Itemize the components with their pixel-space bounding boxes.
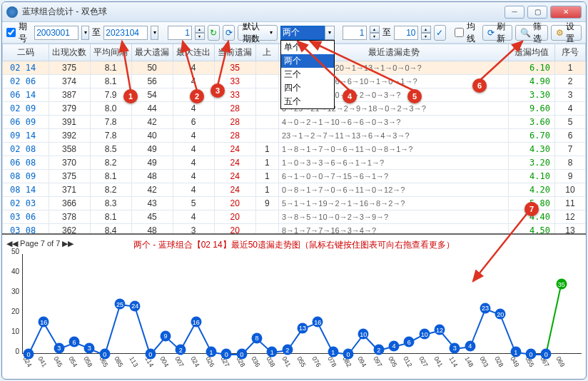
chevron-down-icon: ▾: [270, 29, 273, 36]
annotation-marker: 5: [407, 89, 422, 103]
table-row[interactable]: 02 033668.34352095→1→1→19→2→1→16→8→2→?5.…: [3, 197, 586, 210]
cell: 8: [554, 156, 585, 170]
cell: 391: [49, 116, 90, 129]
chart-point: 9: [161, 330, 171, 341]
chart-point: 0: [99, 349, 110, 360]
filter-button[interactable]: 🔍筛选: [515, 25, 548, 41]
period-to-input[interactable]: [103, 26, 148, 40]
annotation-arrow: [478, 39, 528, 85]
cell: 6→1→0→0→7→15→6→1→?: [278, 170, 509, 183]
spin2-input[interactable]: [343, 26, 367, 40]
cell: 3: [173, 224, 214, 234]
cell: 4.20: [509, 183, 555, 197]
titlebar: 蓝球组合统计 - 双色球 ─ ▢ ✕: [2, 2, 586, 22]
cell: 28: [214, 116, 255, 129]
col-header[interactable]: 上: [255, 44, 278, 61]
cell: 24: [214, 170, 255, 183]
refresh-green-icon: ↻: [210, 28, 217, 38]
cell: 358: [49, 143, 90, 156]
cell: 2: [554, 75, 585, 88]
refresh-button[interactable]: ⟳刷新: [482, 25, 512, 41]
spin3-buttons[interactable]: ▴▾: [421, 26, 431, 40]
gear-icon: ⚙: [556, 28, 564, 38]
col-header[interactable]: 序号: [554, 44, 585, 61]
period-from-input[interactable]: [34, 26, 78, 40]
combo-dropdown-button[interactable]: ▾: [325, 26, 335, 40]
col-header[interactable]: 二码: [3, 44, 49, 61]
cell: 7.8: [90, 116, 131, 129]
cell: 4: [173, 183, 214, 197]
col-header[interactable]: 出现次数: [49, 44, 90, 61]
settings-button[interactable]: ⚙设置: [551, 25, 582, 41]
period-checkbox[interactable]: [6, 28, 16, 37]
annotation-marker: 6: [472, 78, 487, 93]
to-label-2: 至: [382, 26, 391, 39]
cell: 5: [173, 197, 214, 210]
cell: 24: [214, 183, 255, 197]
spin1-input[interactable]: [168, 26, 192, 40]
table-row[interactable]: 08 093758.14842416→1→0→0→7→15→6→1→?4.109: [3, 170, 586, 183]
cell: [255, 210, 278, 224]
confirm-button[interactable]: ✓: [434, 25, 446, 41]
annotation-marker: 3: [211, 83, 225, 98]
chart-point: 16: [191, 317, 201, 327]
svg-line-1: [183, 41, 197, 91]
cell: [255, 116, 278, 129]
cell: 48: [131, 170, 173, 183]
cell: 23→1→2→7→11→13→6→4→3→?: [278, 129, 509, 143]
combo-select[interactable]: 两个 ▾ 单个 两个 三个 四个 五个: [280, 26, 325, 40]
chart-pager[interactable]: ◀◀ Page 7 of 7 ▶▶: [6, 239, 74, 248]
cell: [255, 224, 278, 234]
chart-point: 2: [176, 345, 186, 355]
combo-option[interactable]: 五个: [281, 95, 334, 108]
cell: 3.20: [509, 156, 555, 170]
chart-point: 10: [419, 329, 430, 340]
close-button[interactable]: ✕: [550, 6, 582, 19]
cell: 7: [554, 143, 585, 156]
cell: 4: [173, 102, 214, 116]
cell: [255, 61, 278, 75]
svg-line-6: [473, 214, 527, 281]
cell: 3.30: [509, 88, 555, 102]
check-icon: ✓: [436, 28, 443, 38]
table-row[interactable]: 09 143927.84042823→1→2→7→11→13→6→4→3→?6.…: [3, 129, 586, 143]
period-from-dropdown[interactable]: ▾: [81, 26, 89, 40]
y-axis: 01020304050: [6, 254, 21, 354]
svg-line-0: [122, 41, 131, 91]
chart-point: 24: [130, 300, 141, 311]
default-periods-button[interactable]: 默认期数▾: [238, 25, 278, 41]
avgline-checkbox[interactable]: [455, 28, 464, 37]
table-row[interactable]: 08 143718.24242410→8→1→7→0→6→11→0→12→?4.…: [3, 183, 586, 197]
cell: [255, 102, 278, 116]
cycle-button[interactable]: ⟳: [223, 25, 235, 41]
cell: 4: [173, 156, 214, 170]
chart-point: 12: [435, 325, 445, 335]
annotation-marker: 7: [524, 202, 539, 216]
cell: 20: [214, 197, 255, 210]
cell: 11: [554, 197, 585, 210]
cell: 387: [49, 88, 90, 102]
spin2-buttons[interactable]: ▴▾: [370, 26, 380, 40]
table-row[interactable]: 06 093917.8426284→0→2→1→10→6→6→0→3→?3.60…: [3, 116, 586, 129]
cell: 392: [49, 129, 90, 143]
minimize-button[interactable]: ─: [505, 6, 524, 19]
cell: 1: [255, 156, 278, 170]
chart-point: 0: [541, 349, 552, 360]
cell: 4: [173, 170, 214, 183]
period-to-dropdown[interactable]: ▾: [151, 26, 158, 40]
table-row[interactable]: 06 083708.24942411→0→3→3→6→6→1→1→?3.208: [3, 156, 586, 170]
chart-point: 0: [236, 349, 247, 360]
spin3-input[interactable]: [394, 26, 418, 40]
apply-button[interactable]: ↻: [208, 25, 220, 41]
chart-point: 25: [115, 299, 126, 310]
cell: 8.2: [90, 183, 131, 197]
cell: 45: [131, 210, 173, 224]
cell: 1: [255, 143, 278, 156]
annotation-arrow: [471, 213, 528, 287]
maximize-button[interactable]: ▢: [527, 6, 547, 19]
to-label-1: 至: [92, 26, 101, 39]
spin1-buttons[interactable]: ▴▾: [195, 26, 205, 40]
chart-point: 23: [480, 303, 491, 313]
table-row[interactable]: 02 083588.54942411→8→1→7→0→6→11→0→8→1→?4…: [3, 143, 586, 156]
cell: 02 03: [3, 197, 49, 210]
